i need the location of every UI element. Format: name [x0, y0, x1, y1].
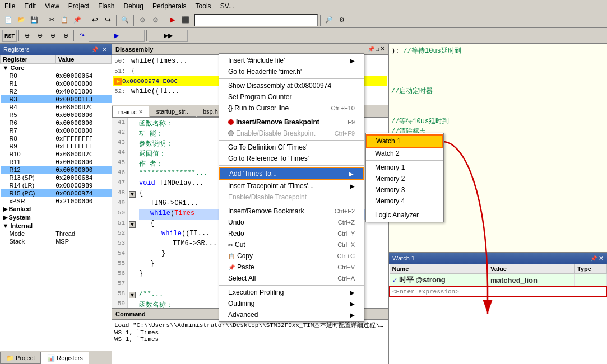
toolbar-step-over[interactable]: ↷ — [76, 30, 88, 42]
disassembly-max[interactable]: □ — [376, 45, 379, 53]
watch-data-row[interactable]: ✓ 时平 @strong matched_lion — [390, 274, 606, 287]
table-row[interactable]: R100x08000D2C — [1, 150, 112, 158]
table-row[interactable]: ▶ Banked — [1, 205, 112, 213]
menu-item-enable-trace[interactable]: Enable/Disable Tracepoint — [219, 192, 364, 203]
submenu-item-memory4[interactable]: Memory 4 — [366, 195, 443, 207]
watch-input-row[interactable] — [390, 287, 606, 296]
toolbar-d1[interactable]: ⊕ — [21, 30, 33, 42]
submenu-item-memory1[interactable]: Memory 1 — [366, 162, 443, 173]
table-row[interactable]: R00x00000064 — [1, 72, 112, 80]
submenu-item-watch2[interactable]: Watch 2 — [366, 148, 443, 159]
menu-item-exec-profiling[interactable]: Execution Profiling ▶ — [219, 287, 364, 298]
table-row[interactable]: R40x08000D2C — [1, 103, 112, 111]
submenu-item-logic-analyzer[interactable]: Logic Analyzer — [366, 209, 443, 221]
tab-startup[interactable]: startup_str... — [150, 106, 196, 117]
toolbar-copy[interactable]: 📋 — [58, 14, 71, 26]
table-row[interactable]: R15 (PC)0x08000974 — [1, 189, 112, 197]
menu-item-set-pc[interactable]: Set Program Counter — [219, 91, 364, 102]
toolbar-search[interactable]: 🔍 — [119, 14, 131, 26]
menu-item-advanced[interactable]: Advanced ▶ — [219, 309, 364, 320]
disassembly-pin[interactable]: 📌 — [368, 45, 374, 53]
toolbar-rebuild[interactable]: ⚙ — [149, 14, 161, 26]
menu-item-bookmark[interactable]: Insert/Remove Bookmark Ctrl+F2 — [219, 206, 364, 217]
toolbar-build[interactable]: ⚙ — [136, 14, 149, 26]
tab-registers[interactable]: 📊 Registers — [41, 352, 89, 364]
submenu-item-memory2[interactable]: Memory 2 — [366, 173, 443, 184]
menu-edit[interactable]: Edit — [20, 1, 40, 11]
toolbar-open[interactable]: 📂 — [15, 14, 27, 26]
toolbar-cut[interactable]: ✂ — [45, 14, 58, 26]
expand-btn-51[interactable]: ▼ — [129, 221, 136, 228]
table-row[interactable]: ▼ Core — [1, 64, 112, 72]
table-row[interactable]: R10x00000000 — [1, 80, 112, 87]
menu-item-disasm[interactable]: Show Disassembly at 0x08000974 — [219, 80, 364, 91]
toolbar-save[interactable]: 💾 — [28, 14, 40, 26]
menu-sv[interactable]: SV... — [216, 1, 239, 11]
toolbar-paste[interactable]: 📌 — [71, 14, 84, 26]
menu-item-tracepoint[interactable]: Insert Tracepoint at 'Times'... ▶ — [219, 180, 364, 192]
toolbar-d4[interactable]: ⊕ — [59, 30, 72, 42]
registers-close-btn[interactable]: ✕ — [101, 46, 108, 53]
tab-project[interactable]: 📁 Project — [0, 352, 41, 364]
table-row[interactable]: xPSR0x21000000 — [1, 197, 112, 205]
toolbar-run[interactable]: ⬛ — [179, 14, 192, 26]
menu-item-add-times[interactable]: Add 'Times' to... ▶ — [219, 167, 364, 180]
toolbar-debug-start[interactable]: ▶ — [166, 14, 179, 26]
menu-tools[interactable]: Tools — [191, 1, 216, 11]
table-row[interactable]: ▶ System — [1, 213, 112, 222]
watch-pin-btn[interactable]: 📌 — [590, 255, 597, 262]
menu-flash[interactable]: Flash — [94, 1, 119, 11]
menu-item-enable-bp[interactable]: Enable/Disable Breakpoint Ctrl+F9 — [219, 128, 364, 139]
table-row[interactable]: R80xFFFFFFFF — [1, 134, 112, 142]
toolbar-step-dbg[interactable]: ▶ — [89, 30, 145, 42]
table-row[interactable]: ModeThread — [1, 230, 112, 237]
submenu-item-memory3[interactable]: Memory 3 — [366, 184, 443, 195]
table-row[interactable]: R70x00000000 — [1, 127, 112, 134]
table-row[interactable]: R60x00000000 — [1, 119, 112, 127]
toolbar-more[interactable]: 🔎 — [323, 14, 335, 26]
watch-close-btn[interactable]: ✕ — [599, 255, 604, 262]
menu-item-copy[interactable]: 📋 Copy Ctrl+C — [219, 250, 364, 262]
menu-item-cut[interactable]: ✂ Cut Ctrl+X — [219, 239, 364, 250]
submenu-item-watch1[interactable]: Watch 1 — [366, 134, 443, 148]
toolbar-config[interactable]: ⚙ — [336, 14, 348, 26]
table-row[interactable]: R13 (SP)0x20000684 — [1, 174, 112, 181]
command-output[interactable]: Load "C:\\Users\\Administrator\\Desktop\… — [112, 320, 388, 364]
menu-item-headerfile[interactable]: Go to Headerfile 'timer.h' — [219, 66, 364, 77]
watch-expression-input[interactable] — [392, 288, 604, 295]
table-row[interactable]: R90xFFFFFFFF — [1, 142, 112, 150]
table-row[interactable]: R20x40001000 — [1, 87, 112, 95]
toolbar-rst[interactable]: RST — [2, 30, 17, 42]
toolbar-redo[interactable]: ↪ — [101, 14, 114, 26]
menu-item-breakpoint[interactable]: Insert/Remove Breakpoint F9 — [219, 116, 364, 128]
table-row[interactable]: R110x00000000 — [1, 158, 112, 166]
expand-btn-48[interactable]: ▼ — [129, 191, 136, 198]
menu-item-goto-ref[interactable]: Go to Reference To 'Times' — [219, 153, 364, 164]
menu-debug[interactable]: Debug — [119, 1, 148, 11]
menu-item-redo[interactable]: Redo Ctrl+Y — [219, 228, 364, 239]
menu-item-select-all[interactable]: Select All Ctrl+A — [219, 273, 364, 284]
menu-view[interactable]: View — [40, 1, 64, 11]
table-row[interactable]: R120x00000000 — [1, 166, 112, 174]
table-row[interactable]: R50x00000000 — [1, 111, 112, 119]
tab-main-c[interactable]: main.c ✕ — [112, 106, 149, 117]
table-row[interactable]: ▼ Internal — [1, 222, 112, 230]
menu-item-undo[interactable]: Undo Ctrl+Z — [219, 217, 364, 228]
menu-item-run-cursor[interactable]: {} Run to Cursor line Ctrl+F10 — [219, 102, 364, 114]
menu-item-include[interactable]: Insert '#include file' ▶ — [219, 55, 364, 66]
menu-file[interactable]: File — [0, 1, 20, 11]
toolbar-more2[interactable]: ▶▶ — [149, 30, 188, 42]
table-row[interactable]: R30x000001F3 — [1, 95, 112, 103]
expand-btn-58[interactable]: ▼ — [129, 292, 136, 298]
toolbar-d3[interactable]: ⊕ — [47, 30, 59, 42]
menu-project[interactable]: Project — [64, 1, 94, 11]
menu-item-goto-def[interactable]: Go To Definition Of 'Times' — [219, 142, 364, 153]
menu-item-paste[interactable]: 📌 Paste Ctrl+V — [219, 262, 364, 273]
toolbar-undo[interactable]: ↩ — [89, 14, 101, 26]
menu-peripherals[interactable]: Peripherals — [148, 1, 191, 11]
table-row[interactable]: StackMSP — [1, 237, 112, 245]
toolbar-new[interactable]: 📄 — [2, 14, 15, 26]
toolbar-d2[interactable]: ⊕ — [34, 30, 46, 42]
menu-item-outlining[interactable]: Outlining ▶ — [219, 298, 364, 309]
registers-pin-btn[interactable]: 📌 — [90, 46, 99, 53]
